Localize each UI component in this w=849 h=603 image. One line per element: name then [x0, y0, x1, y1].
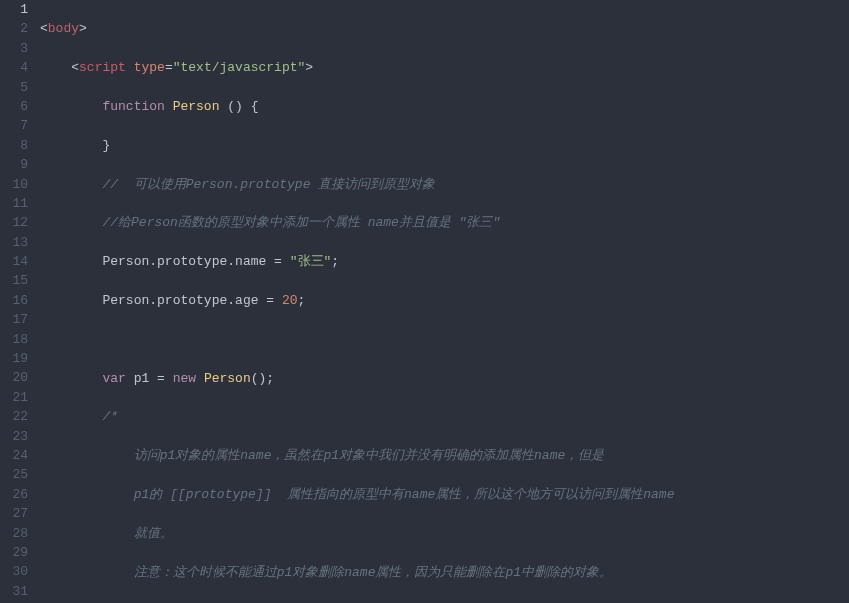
line-number: 28 — [4, 524, 28, 543]
code-line[interactable]: //给Person函数的原型对象中添加一个属性 name并且值是 "张三" — [40, 213, 849, 232]
code-line[interactable] — [40, 330, 849, 349]
line-number: 7 — [4, 116, 28, 135]
line-number: 11 — [4, 194, 28, 213]
code-line[interactable]: 就值。 — [40, 524, 849, 543]
code-line[interactable]: <script type="text/javascript"> — [40, 58, 849, 77]
code-line[interactable]: Person.prototype.name = "张三"; — [40, 252, 849, 271]
code-line[interactable]: 访问p1对象的属性name，虽然在p1对象中我们并没有明确的添加属性name，但… — [40, 446, 849, 465]
line-number: 16 — [4, 291, 28, 310]
code-line[interactable]: p1的 [[prototype]] 属性指向的原型中有name属性，所以这个地方… — [40, 485, 849, 504]
code-editor[interactable]: 1 2 3 4 5 6 7 8 9 10 11 12 13 14 15 16 1… — [0, 0, 849, 603]
line-number: 10 — [4, 175, 28, 194]
line-number: 31 — [4, 582, 28, 601]
line-number: 2 — [4, 19, 28, 38]
line-number: 6 — [4, 97, 28, 116]
line-number: 15 — [4, 271, 28, 290]
line-number: 30 — [4, 562, 28, 581]
code-area[interactable]: <body> <script type="text/javascript"> f… — [36, 0, 849, 603]
line-number: 8 — [4, 136, 28, 155]
code-line[interactable]: Person.prototype.age = 20; — [40, 291, 849, 310]
line-number: 29 — [4, 543, 28, 562]
line-number: 19 — [4, 349, 28, 368]
code-line[interactable]: /* — [40, 407, 849, 426]
line-number: 3 — [4, 39, 28, 58]
line-number: 13 — [4, 233, 28, 252]
code-line[interactable]: // 可以使用Person.prototype 直接访问到原型对象 — [40, 175, 849, 194]
code-line[interactable]: var p1 = new Person(); — [40, 369, 849, 388]
line-number: 26 — [4, 485, 28, 504]
line-number: 14 — [4, 252, 28, 271]
line-number-gutter: 1 2 3 4 5 6 7 8 9 10 11 12 13 14 15 16 1… — [0, 0, 36, 603]
line-number: 18 — [4, 330, 28, 349]
line-number: 17 — [4, 310, 28, 329]
line-number: 23 — [4, 427, 28, 446]
code-line[interactable]: } — [40, 136, 849, 155]
code-line[interactable]: 注意：这个时候不能通过p1对象删除name属性，因为只能删除在p1中删除的对象。 — [40, 563, 849, 582]
line-number: 4 — [4, 58, 28, 77]
line-number: 12 — [4, 213, 28, 232]
code-line[interactable]: function Person () { — [40, 97, 849, 116]
line-number: 24 — [4, 446, 28, 465]
line-number: 9 — [4, 155, 28, 174]
line-number: 5 — [4, 78, 28, 97]
line-number: 22 — [4, 407, 28, 426]
code-line[interactable]: <body> — [40, 19, 849, 38]
line-number: 1 — [4, 0, 28, 19]
line-number: 25 — [4, 465, 28, 484]
line-number: 27 — [4, 504, 28, 523]
line-number: 21 — [4, 388, 28, 407]
line-number: 20 — [4, 368, 28, 387]
